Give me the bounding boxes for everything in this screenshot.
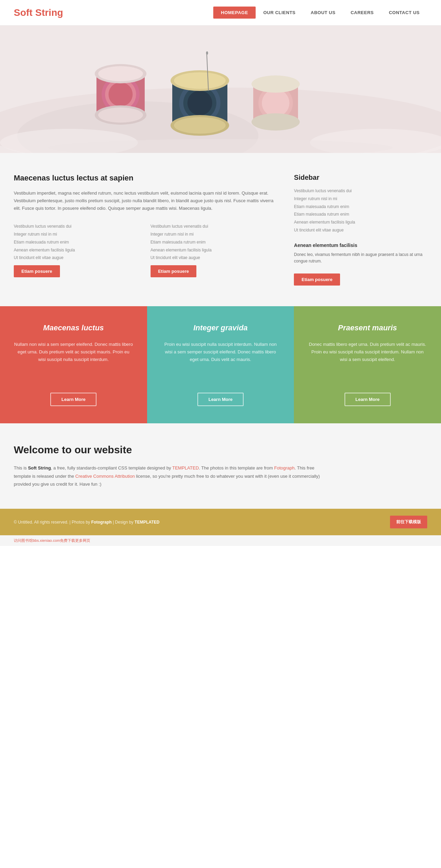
svg-point-29 [262, 89, 289, 117]
sidebar-subheading: Aenean elementum facilisis [294, 242, 427, 248]
list-item: Vestibulum luctus venenatis dui [294, 187, 427, 195]
cc-link[interactable]: Creative Commons Attribution [75, 474, 135, 479]
main-heading: Maecenas luctus lectus at sapien [14, 174, 280, 183]
list-item: Aenean elementum facilisis ligula [151, 246, 280, 254]
svg-point-31 [252, 113, 300, 131]
card-heading-1: Maecenas luctus [43, 323, 104, 332]
etiam-posuere-btn-2[interactable]: Etiam posuere [151, 265, 197, 277]
list-item: Etiam malesuada rutrum enim [151, 238, 280, 246]
list-item: Aenean elementum facilisis ligula [294, 218, 427, 226]
logo: Soft String [14, 7, 63, 18]
cards-section: Maecenas luctus Nullam non wisi a sem se… [0, 306, 441, 423]
svg-point-10 [98, 66, 143, 81]
header: Soft String HOMEPAGE OUR CLIENTS ABOUT U… [0, 0, 441, 25]
footer-templated-link[interactable]: TEMPLATED [135, 520, 160, 525]
list-item: Integer rutrum nisl in mi [14, 230, 144, 238]
card-heading-2: Integer gravida [193, 323, 248, 332]
list-item: Ut tincidunt elit vitae augue [151, 254, 280, 262]
brand-name: Soft String [28, 465, 51, 471]
navigation: HOMEPAGE OUR CLIENTS ABOUT US CAREERS CO… [213, 7, 427, 19]
download-template-btn[interactable]: 前往下载模版 [390, 516, 427, 528]
nav-careers[interactable]: CAREERS [343, 7, 381, 19]
svg-point-18 [187, 91, 212, 115]
svg-point-30 [252, 75, 300, 93]
card-teal: Integer gravida Proin eu wisi suscipit n… [147, 306, 294, 423]
hero-image [0, 25, 441, 153]
svg-point-8 [109, 82, 133, 106]
watermark: 访问图书馆bbs.xieniao.com免费下载更多网页 [0, 535, 441, 546]
etiam-posuere-btn-1[interactable]: Etiam posuere [14, 265, 60, 277]
learn-more-btn-2[interactable]: Learn More [197, 393, 244, 406]
hero-banner [0, 25, 441, 153]
sidebar-heading: Sidebar [294, 174, 427, 182]
content-grid: Maecenas luctus lectus at sapien Vestibu… [14, 174, 427, 286]
list-item: Ut tincidunt elit vitae augue [14, 254, 144, 262]
list-item: Vestibulum luctus venenatis dui [151, 223, 280, 230]
footer-fotograph-link[interactable]: Fotograph [91, 520, 112, 525]
list-column-1: Vestibulum luctus venenatis dui Integer … [14, 223, 144, 277]
footer-copyright: © Untitled. All rights reserved. | Photo… [14, 520, 160, 525]
hero-svg [0, 25, 441, 153]
main-content: Maecenas luctus lectus at sapien Vestibu… [14, 174, 280, 286]
nav-about-us[interactable]: ABOUT US [303, 7, 343, 19]
sidebar-subbody: Donec leo, vivamus fermentum nibh in aug… [294, 251, 427, 265]
sidebar: Sidebar Vestibulum luctus venenatis dui … [294, 174, 427, 286]
list-column-2: Vestibulum luctus venenatis dui Integer … [151, 223, 280, 277]
welcome-text-prefix: This is [14, 465, 28, 471]
svg-point-24 [206, 51, 208, 55]
list-item: Aenean elementum facilisis ligula [14, 246, 144, 254]
list-1: Vestibulum luctus venenatis dui Integer … [14, 223, 144, 262]
welcome-heading: Welcome to our website [14, 444, 427, 456]
nav-homepage[interactable]: HOMEPAGE [213, 7, 256, 19]
learn-more-btn-1[interactable]: Learn More [50, 393, 96, 406]
card-red: Maecenas luctus Nullam non wisi a sem se… [0, 306, 147, 423]
svg-point-12 [98, 107, 143, 123]
svg-point-22 [174, 117, 226, 134]
welcome-text-mid2: . The photos in this template are from [199, 465, 274, 471]
content-section: Maecenas luctus lectus at sapien Vestibu… [0, 153, 441, 306]
list-item: Vestibulum luctus venenatis dui [14, 223, 144, 230]
sidebar-btn[interactable]: Etiam posuere [294, 273, 340, 286]
list-item: Ut tincidunt elit vitae augue [294, 226, 427, 234]
copyright-text: © Untitled. All rights reserved. | Photo… [14, 520, 91, 525]
card-heading-3: Praesent mauris [338, 323, 397, 332]
list-2: Vestibulum luctus venenatis dui Integer … [151, 223, 280, 262]
card-green: Praesent mauris Donec mattis libero eget… [294, 306, 441, 423]
footer: © Untitled. All rights reserved. | Photo… [0, 509, 441, 535]
welcome-text-mid: , a free, fully standards-compliant CSS … [51, 465, 172, 471]
welcome-body: This is Soft String, a free, fully stand… [14, 464, 324, 488]
two-column-lists: Vestibulum luctus venenatis dui Integer … [14, 223, 280, 277]
templated-link[interactable]: TEMPLATED [172, 465, 199, 471]
list-item: Etiam malesuada rutrum enim [294, 203, 427, 211]
sidebar-sub-section: Aenean elementum facilisis Donec leo, vi… [294, 242, 427, 286]
list-item: Etiam malesuada rutrum enim [14, 238, 144, 246]
fotograph-link[interactable]: Fotograph [274, 465, 295, 471]
svg-point-20 [174, 72, 226, 89]
learn-more-btn-3[interactable]: Learn More [345, 393, 391, 406]
nav-our-clients[interactable]: OUR CLIENTS [256, 7, 303, 19]
welcome-section: Welcome to our website This is Soft Stri… [0, 423, 441, 509]
sidebar-list: Vestibulum luctus venenatis dui Integer … [294, 187, 427, 234]
list-item: Etiam malesuada rutrum enim [294, 210, 427, 218]
list-item: Integer rutrum nisl in mi [294, 195, 427, 203]
card-body-3: Donec mattis libero eget urna. Duis pret… [308, 341, 427, 382]
card-body-2: Proin eu wisi suscipit nulla suscipit in… [161, 341, 280, 382]
main-body: Vestibulum imperdiet, magna nec eleifend… [14, 189, 280, 212]
card-body-1: Nullam non wisi a sem semper eleifend. D… [14, 341, 133, 382]
list-item: Integer rutrum nisl in mi [151, 230, 280, 238]
nav-contact-us[interactable]: CONTACT US [381, 7, 427, 19]
footer-design-text: | Design by [112, 520, 134, 525]
